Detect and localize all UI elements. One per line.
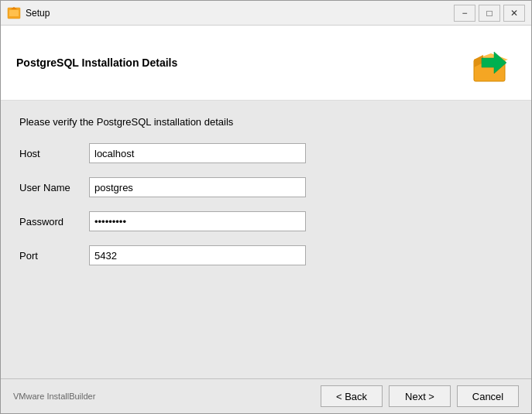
footer-area: VMware InstallBuilder < Back Next > Canc… [1,378,531,413]
password-field-group: Password [19,211,513,231]
port-label: Port [19,250,89,262]
back-button[interactable]: < Back [321,385,383,407]
username-field-group: User Name [19,177,513,197]
maximize-button[interactable]: □ [479,5,500,22]
content-area: Please verify the PostgreSQL installatio… [1,101,531,378]
port-field-group: Port [19,245,513,265]
host-field-group: Host [19,143,513,163]
host-label: Host [19,148,89,159]
footer-buttons: < Back Next > Cancel [321,385,519,407]
header-icon [466,38,516,87]
description-text: Please verify the PostgreSQL installatio… [19,116,513,128]
password-label: Password [19,216,89,228]
title-bar: Setup − □ ✕ [1,1,531,26]
cancel-button[interactable]: Cancel [457,385,519,407]
close-button[interactable]: ✕ [503,5,525,22]
svg-rect-1 [9,10,19,16]
package-icon [466,38,516,87]
header-area: PostgreSQL Installation Details [1,26,531,101]
setup-window: Setup − □ ✕ PostgreSQL Installation Deta… [0,0,532,414]
setup-icon [7,6,21,20]
minimize-button[interactable]: − [454,5,475,22]
window-title: Setup [26,8,454,19]
window-controls: − □ ✕ [454,5,525,22]
brand-label: VMware InstallBuilder [13,392,321,401]
page-title: PostgreSQL Installation Details [16,56,177,69]
password-input[interactable] [89,211,306,231]
port-input[interactable] [89,245,306,265]
username-label: User Name [19,182,89,193]
username-input[interactable] [89,177,306,197]
host-input[interactable] [89,143,306,163]
next-button[interactable]: Next > [389,385,451,407]
